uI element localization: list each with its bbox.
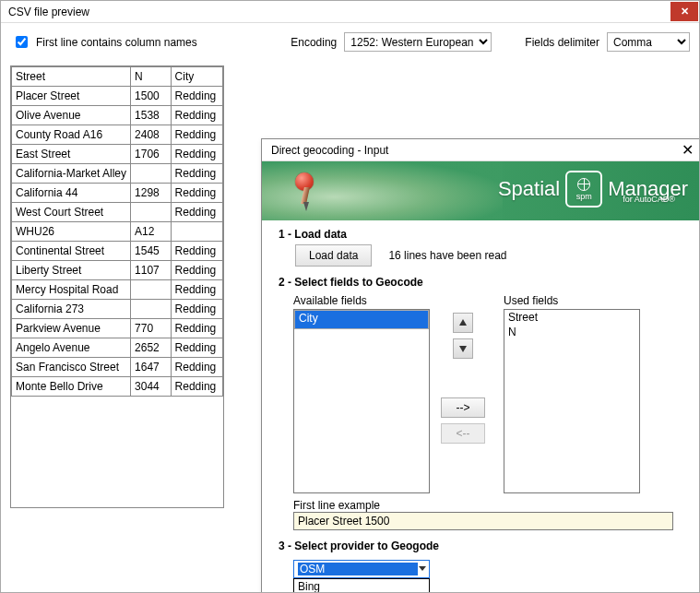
first-line-label: First line contains column names	[36, 36, 197, 49]
table-row[interactable]: Continental Street1545Redding	[12, 242, 223, 261]
brand-banner: Spatial spm Manager for AutoCAD®	[262, 161, 699, 220]
first-line-example-label: First line example	[293, 499, 673, 512]
table-row[interactable]: California 441298Redding	[12, 184, 223, 203]
table-row[interactable]: County Road A162408Redding	[12, 125, 223, 145]
table-row[interactable]: Olive Avenue1538Redding	[12, 106, 223, 125]
table-row[interactable]: Monte Bello Drive3044Redding	[12, 377, 223, 397]
dialog-close-icon[interactable]: ✕	[682, 141, 694, 159]
triangle-up-icon	[458, 318, 468, 327]
available-label: Available fields	[293, 294, 430, 307]
table-row[interactable]: San Francisco Street1647Redding	[12, 358, 223, 377]
used-listbox[interactable]: StreetN	[504, 309, 640, 493]
list-item[interactable]: City	[294, 310, 429, 329]
table-row[interactable]: Placer Street1500Redding	[12, 87, 223, 106]
table-row[interactable]: California 273Redding	[12, 300, 223, 319]
close-icon[interactable]: ✕	[670, 2, 698, 21]
add-field-button[interactable]: -->	[441, 397, 485, 418]
table-row[interactable]: Angelo Avenue2652Redding	[12, 338, 223, 358]
move-up-button[interactable]	[453, 313, 473, 333]
svg-marker-0	[459, 319, 467, 326]
preview-table: Street N City Placer Street1500ReddingOl…	[10, 65, 224, 508]
svg-marker-2	[419, 566, 426, 571]
list-item[interactable]: Street	[504, 310, 639, 325]
table-row[interactable]: West Court StreetRedding	[12, 203, 223, 222]
triangle-down-icon	[458, 344, 468, 353]
svg-marker-1	[459, 346, 467, 352]
first-line-input[interactable]	[16, 36, 28, 48]
chevron-down-icon	[418, 563, 427, 575]
delimiter-label: Fields delimiter	[525, 36, 599, 49]
step3: 3 - Select provider to Geogode OSM BingG…	[262, 532, 699, 580]
first-line-checkbox[interactable]: First line contains column names	[12, 33, 197, 51]
move-down-button[interactable]	[453, 338, 473, 359]
brand-logo: Spatial spm Manager for AutoCAD®	[498, 171, 688, 208]
step2: 2 - Select fields to Geocode Available f…	[262, 268, 699, 532]
options-row: First line contains column names Encodin…	[1, 23, 699, 57]
remove-field-button[interactable]: <--	[441, 423, 485, 444]
dialog-titlebar: Direct geocoding - Input ✕	[262, 139, 699, 161]
table-row[interactable]: Parkview Avenue770Redding	[12, 319, 223, 338]
encoding-label: Encoding	[291, 36, 337, 49]
load-data-button[interactable]: Load data	[295, 244, 372, 267]
titlebar: CSV file preview ✕	[1, 1, 699, 23]
load-status: 16 lines have been read	[388, 249, 506, 262]
available-listbox[interactable]: City	[293, 309, 430, 493]
first-line-example-value: Placer Street 1500	[293, 512, 673, 530]
table-row[interactable]: East Street1706Redding	[12, 145, 223, 164]
col-n[interactable]: N	[131, 67, 172, 87]
dialog-title: Direct geocoding - Input	[271, 144, 682, 157]
encoding-select[interactable]: 1252: Western European (Win	[344, 32, 492, 52]
step1-heading: 1 - Load data	[279, 228, 686, 241]
table-row[interactable]: Mercy Hospital RoadRedding	[12, 280, 223, 300]
table-row[interactable]: California-Market AlleyRedding	[12, 164, 223, 184]
pushpin-icon	[290, 169, 323, 217]
table-row[interactable]: WHU26A12	[12, 222, 223, 242]
used-label: Used fields	[504, 294, 640, 307]
provider-option[interactable]: Bing	[294, 579, 429, 593]
list-item[interactable]: N	[504, 325, 639, 339]
delimiter-select[interactable]: Comma	[607, 32, 690, 52]
step2-heading: 2 - Select fields to Geocode	[279, 276, 686, 289]
window-title: CSV file preview	[8, 6, 670, 18]
csv-preview-window: CSV file preview ✕ First line contains c…	[0, 0, 700, 593]
table-header-row: Street N City	[12, 67, 223, 87]
step1: 1 - Load data Load data 16 lines have be…	[262, 220, 699, 268]
provider-select[interactable]: OSM	[293, 560, 430, 578]
provider-dropdown[interactable]: BingGoogleOSM	[293, 578, 430, 593]
spm-badge-icon: spm	[565, 171, 602, 208]
step3-heading: 3 - Select provider to Geogode	[279, 540, 686, 552]
table-row[interactable]: Liberty Street1107Redding	[12, 261, 223, 280]
col-street[interactable]: Street	[12, 67, 131, 87]
col-city[interactable]: City	[171, 67, 222, 87]
geocode-dialog: Direct geocoding - Input ✕ Spatial spm M…	[261, 138, 700, 593]
